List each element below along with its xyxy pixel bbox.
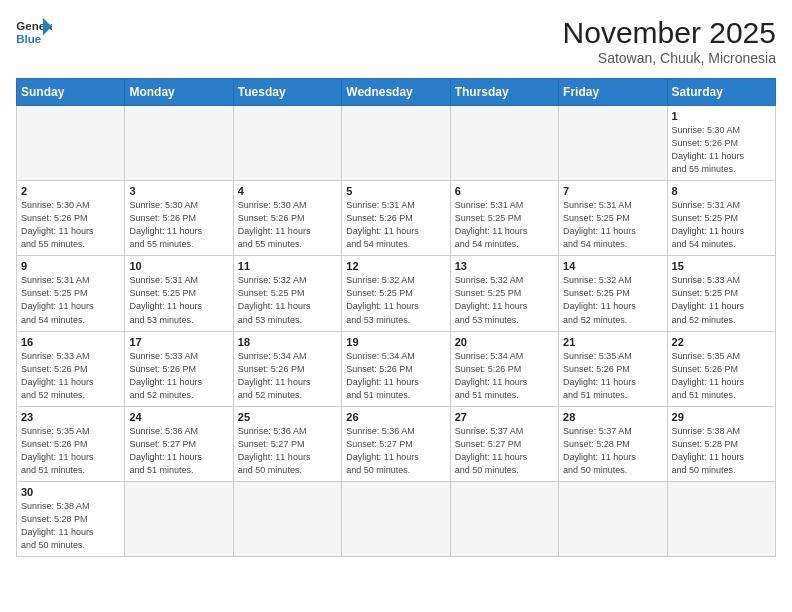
day-number: 6	[455, 185, 554, 197]
day-info: Sunrise: 5:32 AM Sunset: 5:25 PM Dayligh…	[455, 274, 554, 326]
calendar-cell	[125, 481, 233, 556]
weekday-header-friday: Friday	[559, 79, 667, 106]
calendar-cell: 16Sunrise: 5:33 AM Sunset: 5:26 PM Dayli…	[17, 331, 125, 406]
calendar-cell: 25Sunrise: 5:36 AM Sunset: 5:27 PM Dayli…	[233, 406, 341, 481]
calendar-cell: 19Sunrise: 5:34 AM Sunset: 5:26 PM Dayli…	[342, 331, 450, 406]
weekday-header-tuesday: Tuesday	[233, 79, 341, 106]
calendar-cell	[233, 106, 341, 181]
calendar-cell: 17Sunrise: 5:33 AM Sunset: 5:26 PM Dayli…	[125, 331, 233, 406]
day-number: 18	[238, 336, 337, 348]
day-number: 11	[238, 260, 337, 272]
week-row-6: 30Sunrise: 5:38 AM Sunset: 5:28 PM Dayli…	[17, 481, 776, 556]
day-info: Sunrise: 5:38 AM Sunset: 5:28 PM Dayligh…	[21, 500, 120, 552]
day-info: Sunrise: 5:35 AM Sunset: 5:26 PM Dayligh…	[672, 350, 771, 402]
day-info: Sunrise: 5:37 AM Sunset: 5:28 PM Dayligh…	[563, 425, 662, 477]
page-header: General Blue November 2025 Satowan, Chuu…	[16, 16, 776, 66]
day-info: Sunrise: 5:33 AM Sunset: 5:26 PM Dayligh…	[129, 350, 228, 402]
calendar-cell: 2Sunrise: 5:30 AM Sunset: 5:26 PM Daylig…	[17, 181, 125, 256]
day-number: 14	[563, 260, 662, 272]
weekday-header-saturday: Saturday	[667, 79, 775, 106]
calendar-cell: 13Sunrise: 5:32 AM Sunset: 5:25 PM Dayli…	[450, 256, 558, 331]
calendar-cell: 14Sunrise: 5:32 AM Sunset: 5:25 PM Dayli…	[559, 256, 667, 331]
day-number: 19	[346, 336, 445, 348]
weekday-header-sunday: Sunday	[17, 79, 125, 106]
calendar-cell: 22Sunrise: 5:35 AM Sunset: 5:26 PM Dayli…	[667, 331, 775, 406]
calendar-cell: 11Sunrise: 5:32 AM Sunset: 5:25 PM Dayli…	[233, 256, 341, 331]
calendar-cell: 7Sunrise: 5:31 AM Sunset: 5:25 PM Daylig…	[559, 181, 667, 256]
weekday-header-thursday: Thursday	[450, 79, 558, 106]
week-row-5: 23Sunrise: 5:35 AM Sunset: 5:26 PM Dayli…	[17, 406, 776, 481]
day-info: Sunrise: 5:34 AM Sunset: 5:26 PM Dayligh…	[346, 350, 445, 402]
day-info: Sunrise: 5:32 AM Sunset: 5:25 PM Dayligh…	[238, 274, 337, 326]
day-number: 21	[563, 336, 662, 348]
day-number: 9	[21, 260, 120, 272]
day-info: Sunrise: 5:34 AM Sunset: 5:26 PM Dayligh…	[455, 350, 554, 402]
day-number: 29	[672, 411, 771, 423]
day-number: 24	[129, 411, 228, 423]
day-info: Sunrise: 5:31 AM Sunset: 5:25 PM Dayligh…	[563, 199, 662, 251]
day-number: 8	[672, 185, 771, 197]
calendar-cell: 15Sunrise: 5:33 AM Sunset: 5:25 PM Dayli…	[667, 256, 775, 331]
day-info: Sunrise: 5:33 AM Sunset: 5:26 PM Dayligh…	[21, 350, 120, 402]
weekday-header-row: SundayMondayTuesdayWednesdayThursdayFrid…	[17, 79, 776, 106]
day-number: 4	[238, 185, 337, 197]
day-info: Sunrise: 5:32 AM Sunset: 5:25 PM Dayligh…	[346, 274, 445, 326]
day-number: 22	[672, 336, 771, 348]
title-area: November 2025 Satowan, Chuuk, Micronesia	[563, 16, 776, 66]
calendar-cell	[342, 106, 450, 181]
calendar-cell: 27Sunrise: 5:37 AM Sunset: 5:27 PM Dayli…	[450, 406, 558, 481]
day-number: 12	[346, 260, 445, 272]
calendar-cell: 23Sunrise: 5:35 AM Sunset: 5:26 PM Dayli…	[17, 406, 125, 481]
day-number: 27	[455, 411, 554, 423]
calendar-cell: 20Sunrise: 5:34 AM Sunset: 5:26 PM Dayli…	[450, 331, 558, 406]
day-number: 10	[129, 260, 228, 272]
day-info: Sunrise: 5:37 AM Sunset: 5:27 PM Dayligh…	[455, 425, 554, 477]
day-number: 13	[455, 260, 554, 272]
day-number: 20	[455, 336, 554, 348]
calendar-cell: 3Sunrise: 5:30 AM Sunset: 5:26 PM Daylig…	[125, 181, 233, 256]
calendar-cell: 6Sunrise: 5:31 AM Sunset: 5:25 PM Daylig…	[450, 181, 558, 256]
week-row-1: 1Sunrise: 5:30 AM Sunset: 5:26 PM Daylig…	[17, 106, 776, 181]
calendar-cell: 24Sunrise: 5:36 AM Sunset: 5:27 PM Dayli…	[125, 406, 233, 481]
week-row-4: 16Sunrise: 5:33 AM Sunset: 5:26 PM Dayli…	[17, 331, 776, 406]
day-number: 2	[21, 185, 120, 197]
day-info: Sunrise: 5:30 AM Sunset: 5:26 PM Dayligh…	[129, 199, 228, 251]
main-title: November 2025	[563, 16, 776, 50]
calendar-cell	[125, 106, 233, 181]
day-info: Sunrise: 5:31 AM Sunset: 5:26 PM Dayligh…	[346, 199, 445, 251]
calendar-cell: 1Sunrise: 5:30 AM Sunset: 5:26 PM Daylig…	[667, 106, 775, 181]
day-info: Sunrise: 5:36 AM Sunset: 5:27 PM Dayligh…	[346, 425, 445, 477]
calendar-cell	[342, 481, 450, 556]
calendar-cell: 29Sunrise: 5:38 AM Sunset: 5:28 PM Dayli…	[667, 406, 775, 481]
calendar-cell: 8Sunrise: 5:31 AM Sunset: 5:25 PM Daylig…	[667, 181, 775, 256]
day-info: Sunrise: 5:34 AM Sunset: 5:26 PM Dayligh…	[238, 350, 337, 402]
day-info: Sunrise: 5:31 AM Sunset: 5:25 PM Dayligh…	[455, 199, 554, 251]
day-number: 5	[346, 185, 445, 197]
day-info: Sunrise: 5:31 AM Sunset: 5:25 PM Dayligh…	[129, 274, 228, 326]
calendar-cell	[17, 106, 125, 181]
calendar-cell	[559, 481, 667, 556]
calendar-cell: 18Sunrise: 5:34 AM Sunset: 5:26 PM Dayli…	[233, 331, 341, 406]
day-info: Sunrise: 5:38 AM Sunset: 5:28 PM Dayligh…	[672, 425, 771, 477]
day-info: Sunrise: 5:30 AM Sunset: 5:26 PM Dayligh…	[21, 199, 120, 251]
svg-text:Blue: Blue	[16, 33, 42, 45]
day-number: 16	[21, 336, 120, 348]
day-info: Sunrise: 5:32 AM Sunset: 5:25 PM Dayligh…	[563, 274, 662, 326]
calendar-cell	[667, 481, 775, 556]
day-number: 17	[129, 336, 228, 348]
day-info: Sunrise: 5:36 AM Sunset: 5:27 PM Dayligh…	[129, 425, 228, 477]
day-number: 7	[563, 185, 662, 197]
day-number: 23	[21, 411, 120, 423]
logo-icon: General Blue	[16, 16, 52, 48]
day-number: 28	[563, 411, 662, 423]
calendar-cell: 26Sunrise: 5:36 AM Sunset: 5:27 PM Dayli…	[342, 406, 450, 481]
calendar-cell: 12Sunrise: 5:32 AM Sunset: 5:25 PM Dayli…	[342, 256, 450, 331]
calendar-table: SundayMondayTuesdayWednesdayThursdayFrid…	[16, 78, 776, 557]
day-info: Sunrise: 5:36 AM Sunset: 5:27 PM Dayligh…	[238, 425, 337, 477]
day-info: Sunrise: 5:30 AM Sunset: 5:26 PM Dayligh…	[672, 124, 771, 176]
calendar-cell	[450, 106, 558, 181]
day-info: Sunrise: 5:35 AM Sunset: 5:26 PM Dayligh…	[563, 350, 662, 402]
day-number: 1	[672, 110, 771, 122]
weekday-header-wednesday: Wednesday	[342, 79, 450, 106]
week-row-3: 9Sunrise: 5:31 AM Sunset: 5:25 PM Daylig…	[17, 256, 776, 331]
